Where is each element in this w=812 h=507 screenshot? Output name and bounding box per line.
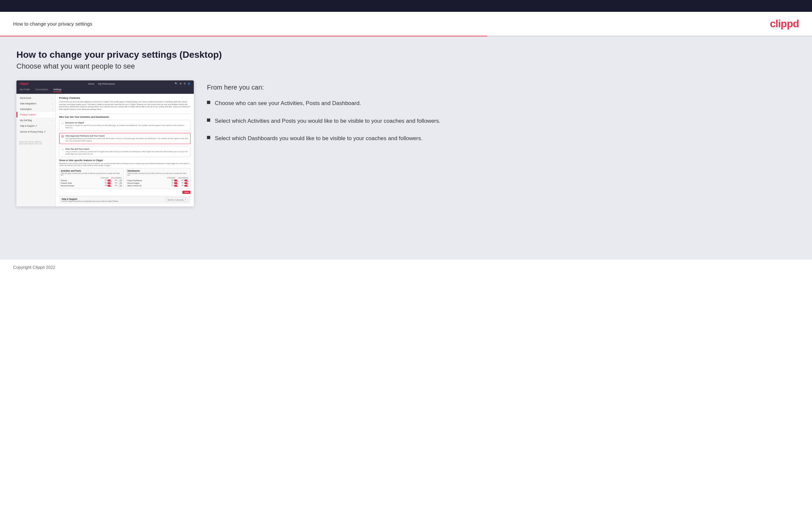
mock-privacy-title: Privacy Controls bbox=[59, 97, 191, 100]
toggle-drills-followers bbox=[117, 182, 122, 184]
mock-row-drills: Practice Drills ON ON bbox=[61, 182, 122, 184]
mock-sidebar: My Account › Data Integrations › Subscri… bbox=[16, 94, 56, 207]
mock-help-section: Help & Support Visit our Clippd communit… bbox=[59, 196, 191, 204]
toggle-manual-followers bbox=[117, 185, 122, 187]
chevron-right-icon: › bbox=[52, 103, 53, 105]
mock-dashboards-col: Dashboards Select the types of activity … bbox=[126, 168, 191, 189]
top-bar bbox=[0, 0, 812, 12]
mock-body: My Account › Data Integrations › Subscri… bbox=[16, 94, 194, 207]
mock-subnav: My Profile Connections Settings bbox=[16, 87, 194, 94]
toggle-workon-followers bbox=[184, 185, 189, 187]
mock-nav-icons: 🔍 ⊞ ⚙ 👤 bbox=[175, 82, 191, 85]
toggle-workon-coaches bbox=[174, 185, 179, 187]
bullets-title: From here you can: bbox=[207, 84, 796, 91]
mock-subnav-connections: Connections bbox=[35, 88, 48, 92]
toggle-manual-coaches bbox=[107, 185, 112, 187]
clippd-logo: clippd bbox=[770, 18, 799, 30]
grid-icon: ⊞ bbox=[180, 82, 182, 85]
page-subheading: Choose what you want people to see bbox=[16, 62, 796, 70]
toggle-player-coaches bbox=[174, 179, 179, 181]
mock-main-content: Privacy Controls Control how you and you… bbox=[56, 94, 194, 207]
mock-row-rounds: Rounds ON ON bbox=[61, 179, 122, 181]
mock-save-button[interactable]: Save bbox=[182, 191, 191, 194]
bullet-square-2 bbox=[207, 118, 210, 122]
mock-sidebar-privacy-policy: Service & Privacy Policy ↗ bbox=[16, 129, 55, 135]
toggle-insights-followers bbox=[184, 182, 189, 184]
chevron-right-icon: › bbox=[52, 119, 53, 121]
mock-nav-performance: My Performance bbox=[98, 83, 115, 85]
mock-nav-home: Home bbox=[88, 83, 94, 85]
mock-radio-only-you: Only You and Your Coach Only you and the… bbox=[59, 146, 191, 157]
mock-two-cols: Activities and Posts Select the types of… bbox=[59, 168, 191, 189]
mock-sidebar-version: Clippd Client Version: 2022.8.2SQL Serve… bbox=[16, 138, 55, 147]
mock-radio-everyone: Everyone on Clippd Everyone on Clippd ca… bbox=[59, 120, 191, 131]
bullet-text-2: Select which Activities and Posts you wo… bbox=[215, 117, 441, 125]
radio-everyone-circle bbox=[61, 122, 64, 124]
header: How to change your privacy settings clip… bbox=[0, 12, 812, 36]
chevron-right-icon: › bbox=[52, 114, 53, 116]
mock-sidebar-help: Help & Support ↗ bbox=[16, 123, 55, 129]
mock-logo: clippd bbox=[20, 82, 29, 85]
toggle-rounds-followers bbox=[117, 179, 122, 181]
mock-sidebar-golfbag: My Golf Bag › bbox=[16, 117, 55, 123]
mock-features-title: Show or hide specific features in Clippd bbox=[59, 159, 191, 161]
bullets-panel: From here you can: Choose who can see yo… bbox=[207, 80, 796, 152]
main-content: How to change your privacy settings (Des… bbox=[0, 37, 812, 260]
screenshot-mockup: clippd Home My Performance 🔍 ⊞ ⚙ 👤 My Pr… bbox=[16, 80, 194, 207]
content-row: clippd Home My Performance 🔍 ⊞ ⚙ 👤 My Pr… bbox=[16, 80, 796, 207]
toggle-rounds-coaches bbox=[107, 179, 112, 181]
bullet-item-2: Select which Activities and Posts you wo… bbox=[207, 117, 796, 125]
mock-radio-followers: Only Approved Followers and Your Coach O… bbox=[59, 133, 191, 144]
mock-sidebar-integrations: Data Integrations › bbox=[16, 101, 55, 106]
chevron-right-icon: › bbox=[52, 108, 53, 110]
bullet-text-1: Choose who can see your Activities, Post… bbox=[215, 99, 361, 108]
toggle-drills-coaches bbox=[107, 182, 112, 184]
copyright-text: Copyright Clippd 2022 bbox=[13, 265, 55, 270]
mock-subnav-settings: Settings bbox=[53, 88, 61, 92]
radio-only-you-circle bbox=[61, 148, 64, 151]
mock-sidebar-account: My Account › bbox=[16, 95, 55, 101]
mock-subnav-profile: My Profile bbox=[20, 88, 30, 92]
page-heading: How to change your privacy settings (Des… bbox=[16, 50, 796, 60]
mock-activities-col: Activities and Posts Select the types of… bbox=[59, 168, 124, 189]
bullet-text-3: Select which Dashboards you would like t… bbox=[215, 134, 422, 143]
header-title: How to change your privacy settings bbox=[13, 21, 92, 26]
bullet-item-3: Select which Dashboards you would like t… bbox=[207, 134, 796, 143]
mock-row-manual: Manual Activities ON ON bbox=[61, 185, 122, 187]
mock-who-title: Who Can See Your Activities and Dashboar… bbox=[59, 116, 191, 118]
mock-sidebar-subscription: Subscription › bbox=[16, 106, 55, 112]
mock-sidebar-privacy: Privacy Controls › bbox=[16, 112, 55, 117]
bullet-item-1: Choose who can see your Activities, Post… bbox=[207, 99, 796, 108]
toggle-insights-coaches bbox=[174, 182, 179, 184]
mock-topbar: clippd Home My Performance 🔍 ⊞ ⚙ 👤 bbox=[16, 80, 194, 87]
radio-followers-circle bbox=[61, 135, 64, 137]
chevron-right-icon: › bbox=[52, 97, 53, 99]
mock-row-round-insights: Round Insights ON ON bbox=[128, 182, 189, 184]
mock-radio-group: Everyone on Clippd Everyone on Clippd ca… bbox=[59, 120, 191, 157]
mock-row-player-dash: Player Dashboard ON ON bbox=[128, 179, 189, 181]
avatar-icon: 👤 bbox=[188, 82, 191, 85]
bullet-square-1 bbox=[207, 101, 210, 104]
mock-row-work-on: What To Work On ON ON bbox=[128, 185, 189, 187]
footer: Copyright Clippd 2022 bbox=[0, 260, 812, 275]
mock-features-desc: Regardless of the privacy controls that … bbox=[59, 162, 191, 166]
bullet-square-3 bbox=[207, 136, 210, 139]
toggle-player-followers bbox=[184, 179, 189, 181]
mock-nav: Home My Performance bbox=[88, 83, 115, 85]
mock-privacy-desc: Control how you and your data appears to… bbox=[59, 101, 191, 111]
settings-icon: ⚙ bbox=[184, 82, 186, 85]
mock-community-button[interactable]: Visit Our Community ↗ bbox=[165, 198, 188, 202]
mock-save-row: Save bbox=[59, 191, 191, 194]
search-icon: 🔍 bbox=[175, 82, 178, 85]
